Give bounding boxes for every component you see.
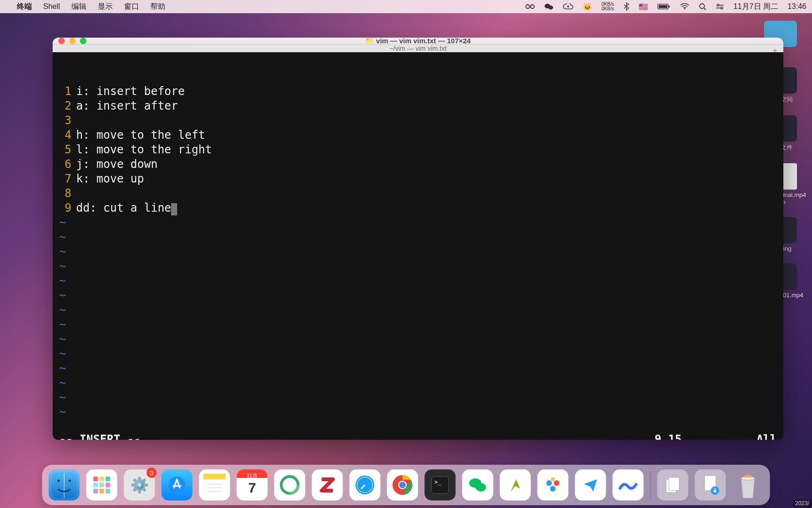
menubar-item-view[interactable]: 显示 (98, 2, 113, 12)
editor-empty-line: ~ (59, 303, 777, 318)
tab-active[interactable]: ~/vim — vim vim.txt (390, 45, 447, 52)
editor-empty-line: ~ (59, 318, 777, 332)
editor-line: 1i: insert before (59, 84, 777, 99)
dock-app-launchpad[interactable] (86, 469, 117, 500)
editor-line: 3 (59, 113, 777, 128)
vim-scroll-percent: All (739, 432, 777, 440)
svg-point-1 (531, 5, 534, 8)
editor-empty-line: ~ (59, 376, 777, 390)
svg-rect-5 (659, 5, 667, 8)
editor-line: 5l: move to the right (59, 143, 777, 157)
settings-badge: 3 (147, 468, 157, 478)
vim-mode: -- INSERT -- (59, 432, 655, 440)
editor-empty-line: ~ (59, 405, 777, 420)
editor-empty-line: ~ (59, 259, 777, 274)
svg-rect-20 (94, 483, 98, 487)
editor-line: 7k: move up (59, 172, 777, 186)
svg-point-43 (547, 480, 552, 486)
cloud-sync-icon[interactable] (563, 3, 573, 10)
editor-empty-line: ~ (59, 215, 777, 230)
wechat-menubar-icon[interactable] (544, 3, 554, 10)
svg-rect-27 (203, 474, 226, 479)
menubar-item-edit[interactable]: 编辑 (71, 2, 86, 12)
spotlight-search-icon[interactable] (699, 3, 706, 10)
editor-empty-line: ~ (59, 347, 777, 361)
svg-line-9 (704, 8, 706, 10)
svg-point-45 (550, 486, 556, 492)
editor-empty-line: ~ (59, 332, 777, 347)
menubar-date[interactable]: 11月7日 周二 (734, 2, 778, 12)
dock-app-meeting[interactable] (613, 469, 644, 500)
svg-point-0 (526, 5, 530, 8)
bluetooth-icon[interactable] (624, 2, 629, 11)
svg-point-38 (399, 482, 406, 488)
vim-cursor-position: 9,15 (655, 432, 739, 440)
dock-app-chrome[interactable] (387, 469, 418, 500)
menubar: 终端 Shell 编辑 显示 窗口 帮助 🐱 0KB/s 0KB/s 🇺🇸 (0, 0, 812, 13)
terminal-window: 📁vim — vim vim.txt — 107×24 ~/vim — vim … (53, 38, 783, 440)
link-icon[interactable] (525, 3, 535, 10)
svg-point-46 (551, 477, 555, 481)
dock-app-dingtalk[interactable] (575, 469, 606, 500)
svg-point-42 (476, 483, 486, 492)
svg-point-8 (700, 4, 704, 8)
menubar-item-window[interactable]: 窗口 (124, 2, 139, 12)
svg-rect-19 (106, 476, 110, 481)
editor-empty-line: ~ (59, 245, 777, 259)
dock-app-settings[interactable]: ⚙️ 3 (124, 469, 155, 500)
menubar-app-name[interactable]: 终端 (17, 2, 32, 12)
vim-cursor (171, 203, 177, 215)
menubar-item-shell[interactable]: Shell (43, 2, 60, 11)
control-center-icon[interactable] (716, 3, 724, 10)
svg-rect-18 (100, 476, 104, 481)
dock-app-appstore[interactable] (162, 469, 193, 500)
dock-app-wechat[interactable] (462, 469, 493, 500)
watermark: 2023/ (793, 500, 811, 507)
svg-point-3 (548, 6, 553, 9)
minimize-button[interactable] (69, 38, 76, 44)
svg-point-44 (554, 480, 560, 486)
dock-downloads[interactable] (695, 469, 726, 500)
zoom-button[interactable] (80, 38, 86, 44)
cat-icon[interactable]: 🐱 (583, 2, 592, 11)
terminal-content[interactable]: 1i: insert before2a: insert after34h: mo… (53, 52, 783, 440)
editor-line: 4h: move to the left (59, 128, 777, 143)
editor-empty-line: ~ (59, 361, 777, 376)
dock-app-zotero[interactable] (312, 469, 343, 500)
svg-rect-22 (106, 483, 110, 487)
svg-point-15 (57, 480, 60, 482)
svg-point-16 (69, 480, 71, 482)
menubar-time[interactable]: 13:46 (788, 2, 806, 11)
dock-app-finder[interactable] (49, 469, 80, 500)
editor-line: 9dd: cut a line (59, 201, 777, 215)
editor-empty-line: ~ (59, 230, 777, 245)
svg-rect-48 (669, 477, 679, 491)
dock-recent-app[interactable] (657, 469, 688, 500)
close-button[interactable] (58, 38, 65, 44)
battery-icon[interactable] (657, 3, 671, 10)
editor-line: 8 (59, 186, 777, 201)
editor-empty-line: ~ (59, 390, 777, 405)
dock: ⚙️ 3 11月 7 >_ (42, 465, 770, 505)
dock-app-baidu-cloud[interactable] (538, 469, 569, 500)
menubar-item-help[interactable]: 帮助 (150, 2, 165, 12)
editor-line: 2a: insert after (59, 99, 777, 113)
svg-point-7 (684, 8, 685, 9)
dock-app-notes[interactable] (199, 469, 230, 500)
dock-app-calendar[interactable]: 11月 7 (237, 469, 268, 500)
svg-rect-17 (94, 476, 98, 481)
svg-text:>_: >_ (435, 479, 442, 485)
input-source-icon[interactable]: 🇺🇸 (639, 2, 648, 11)
window-titlebar[interactable]: 📁vim — vim vim.txt — 107×24 (53, 38, 783, 44)
editor-empty-line: ~ (59, 288, 777, 303)
dock-app-safari[interactable] (350, 469, 381, 500)
folder-icon: 📁 (365, 38, 374, 45)
dock-app-ifanr[interactable] (500, 469, 531, 500)
editor-line: 6j: move down (59, 157, 777, 172)
dock-app-green[interactable] (274, 469, 305, 500)
svg-rect-6 (669, 6, 670, 8)
dock-app-terminal[interactable]: >_ (425, 469, 456, 500)
wifi-icon[interactable] (680, 3, 689, 10)
network-speed-indicator[interactable]: 0KB/s 0KB/s (601, 2, 614, 11)
dock-trash[interactable] (733, 469, 764, 500)
